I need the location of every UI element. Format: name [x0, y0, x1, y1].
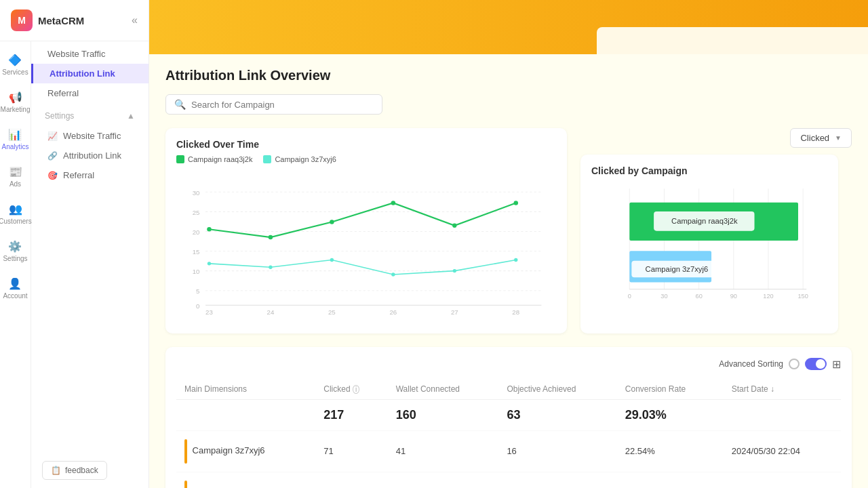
sidebar-settings-attribution-link[interactable]: 🔗 Attribution Link [31, 146, 149, 165]
sidebar-collapse-button[interactable]: « [132, 14, 138, 26]
bar-chart-card: Clicked by Campaign Campaign raaq [580, 155, 838, 333]
row1-name: Campaign 3z7xyj6 [176, 430, 315, 472]
svg-text:25: 25 [328, 308, 336, 316]
table-row: Campaign 3z7xyj6 71 41 16 22.54% 2024/05… [176, 430, 841, 472]
legend-teal-dot [263, 155, 271, 163]
svg-point-30 [453, 269, 456, 272]
nav-item-services[interactable]: 🔷 Services [2, 47, 28, 81]
row2-conversion: 32.19% [617, 472, 724, 488]
sidebar-item-attribution-link[interactable]: Attribution Link [31, 64, 149, 83]
nav-item-account[interactable]: 👤 Account [3, 270, 27, 305]
ads-icon: 📰 [8, 164, 23, 179]
table-summary-row: 217 160 63 29.03% [176, 399, 841, 430]
svg-point-23 [391, 201, 395, 205]
bar-chart-svg: Campaign raaq3j2k Campaign 3z7xyj6 0 30 … [591, 182, 827, 321]
line-chart-legend: Campaign raaq3j2k Campaign 3z7xyj6 [176, 155, 556, 163]
summary-objective-achieved: 63 [498, 399, 616, 430]
svg-text:120: 120 [763, 293, 773, 300]
clicked-dropdown[interactable]: Clicked ▼ [790, 128, 852, 148]
advanced-sorting-toggle[interactable] [805, 358, 827, 370]
line-chart-title: Clicked Over Time [176, 139, 556, 150]
nav-item-analytics[interactable]: 📊 Analytics [1, 121, 28, 156]
bar-chart-title: Clicked by Campaign [591, 165, 827, 176]
svg-text:27: 27 [451, 308, 458, 316]
svg-point-28 [330, 258, 334, 262]
svg-point-22 [330, 220, 334, 224]
advanced-sorting-label: Advanced Sorting [719, 359, 783, 369]
row2-bar-indicator [184, 481, 187, 488]
col-start-date: Start Date ↓ [724, 379, 841, 400]
row1-conversion: 22.54% [617, 430, 724, 472]
summary-wallet-connected: 160 [388, 399, 499, 430]
table-row: Campaign raaq3j2k 146 119 47 32.19% 2024… [176, 472, 841, 488]
feedback-button[interactable]: 📋 feedback [42, 461, 107, 480]
row1-start-date: 2024/05/30 22:04 [724, 430, 841, 472]
col-main-dimensions: Main Dimensions [176, 379, 315, 400]
svg-text:26: 26 [389, 308, 397, 316]
col-conversion-rate: Conversion Rate [617, 379, 724, 400]
svg-point-29 [391, 272, 395, 276]
search-input[interactable] [191, 100, 374, 110]
logo-text: MetaCRM [38, 15, 84, 26]
grid-view-icon[interactable]: ⊞ [832, 358, 841, 371]
dropdown-arrow-icon: ▼ [835, 134, 842, 142]
col-clicked: Clicked i [315, 379, 387, 400]
nav-label-account: Account [3, 292, 27, 300]
svg-point-24 [452, 224, 456, 228]
data-table: Main Dimensions Clicked i Wallet Connect… [176, 379, 841, 488]
sidebar-item-referral[interactable]: Referral [31, 83, 149, 103]
line-chart-card: Clicked Over Time Campaign raaq3j2k Camp… [165, 128, 567, 333]
svg-point-20 [207, 227, 211, 231]
svg-text:0: 0 [628, 293, 631, 300]
row2-clicked: 146 [315, 472, 387, 488]
top-banner-inner [597, 27, 868, 54]
svg-text:15: 15 [193, 248, 200, 256]
nav-label-marketing: Marketing [1, 106, 31, 113]
svg-text:25: 25 [193, 209, 200, 216]
nav-label-analytics: Analytics [1, 143, 28, 150]
circle-toggle-icon[interactable] [789, 359, 800, 369]
account-icon: 👤 [7, 276, 22, 291]
sidebar-item-website-traffic[interactable]: Website Traffic [31, 44, 149, 64]
svg-text:30: 30 [660, 293, 667, 300]
sidebar-settings-section[interactable]: Settings ▲ [31, 106, 149, 123]
svg-text:23: 23 [205, 308, 213, 316]
bar-chart-dropdown-row: Clicked ▼ [580, 128, 852, 148]
legend-green: Campaign raaq3j2k [176, 155, 252, 163]
search-bar[interactable]: 🔍 [165, 94, 382, 115]
col-objective-achieved: Objective Achieved [498, 379, 616, 400]
table-header-row: Advanced Sorting ⊞ [176, 358, 841, 371]
col-wallet-connected: Wallet Connected [388, 379, 499, 400]
row2-objective: 47 [498, 472, 616, 488]
sidebar-header: M MetaCRM « [0, 0, 149, 41]
logo-icon: M [11, 9, 33, 31]
summary-main-dimensions [176, 399, 315, 430]
nav-item-settings[interactable]: ⚙️ Settings [3, 233, 27, 268]
sidebar-settings-referral[interactable]: 🎯 Referral [31, 165, 149, 185]
clicked-dropdown-button[interactable]: Clicked ▼ [790, 128, 852, 148]
row2-name: Campaign raaq3j2k [176, 472, 315, 488]
search-icon: 🔍 [174, 99, 186, 110]
sidebar-settings-website-traffic[interactable]: 📈 Website Traffic [31, 126, 149, 146]
svg-text:5: 5 [196, 287, 199, 295]
nav-item-marketing[interactable]: 📢 Marketing [1, 84, 31, 119]
nav-item-ads[interactable]: 📰 Ads [8, 159, 23, 193]
svg-text:20: 20 [193, 228, 200, 236]
svg-text:Campaign 3z7xyj6: Campaign 3z7xyj6 [646, 265, 709, 273]
summary-start-date [724, 399, 841, 430]
svg-point-27 [269, 266, 272, 269]
sub-nav-top: Website Traffic Attribution Link Referra… [31, 41, 149, 106]
row2-start-date: 2024/05/30 22:04 [724, 472, 841, 488]
analytics-icon: 📊 [7, 127, 22, 142]
summary-clicked: 217 [315, 399, 387, 430]
charts-row: Clicked Over Time Campaign raaq3j2k Camp… [165, 128, 852, 333]
svg-text:0: 0 [196, 302, 200, 310]
nav-item-customers[interactable]: 👥 Customers [0, 196, 32, 230]
nav-label-ads: Ads [9, 180, 21, 188]
table-section: Advanced Sorting ⊞ Main Dimensions Click… [165, 347, 852, 488]
svg-text:150: 150 [797, 293, 808, 300]
summary-conversion-rate: 29.03% [617, 399, 724, 430]
customers-icon: 👥 [8, 201, 23, 216]
svg-point-21 [269, 235, 273, 239]
nav-label-customers: Customers [0, 218, 32, 225]
